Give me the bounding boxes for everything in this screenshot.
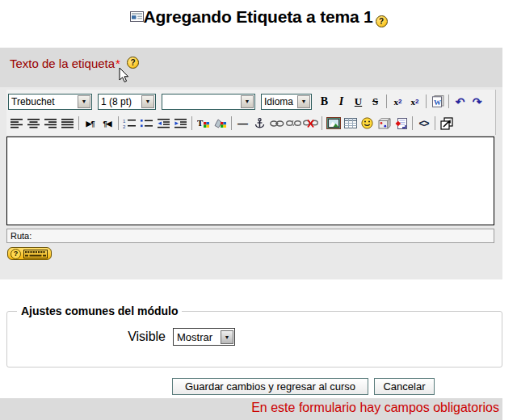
clean-word-html-button[interactable]: W [429,93,446,110]
keyboard-icon [23,250,48,258]
image-icon [326,117,341,129]
page-title-row: Agregando Etiqueta a tema 1 ? [0,4,517,30]
language-select[interactable]: Idioma ▼ [261,94,312,110]
bold-button[interactable]: B [316,93,333,110]
justify-left-button[interactable] [8,115,25,132]
page-title: Agregando Etiqueta a tema 1 [144,7,373,27]
module-settings-fieldset: Ajustes comunes del módulo Visible Mostr… [6,304,502,368]
toolbar-separator [231,116,232,130]
page: Agregando Etiqueta a tema 1 ? Texto de l… [0,0,517,420]
smiley-icon [361,117,373,129]
direction-ltr-button[interactable]: ▶¶ [82,115,99,132]
insert-smiley-button[interactable] [359,115,376,132]
special-character-icon [378,118,391,129]
editor-toolbar: Trebuchet ▼ 1 (8 pt) ▼ ▼ Idioma ▼ B I U [6,90,496,135]
enlarge-editor-button[interactable] [438,115,455,132]
unlink-button[interactable] [285,115,302,132]
direction-rtl-button[interactable]: ¶◀ [99,115,116,132]
required-notice: En este formulario hay campos obligatori… [251,401,499,414]
format-select[interactable]: ▼ [162,94,255,110]
background-color-icon [214,118,227,129]
subscript-button[interactable]: x2 [389,93,406,110]
underline-button[interactable]: U [350,93,367,110]
undo-button[interactable]: ↶ [452,93,469,110]
font-select-value: Trebuchet [9,96,77,107]
superscript-button[interactable]: x2 [406,93,423,110]
visible-label: Visible [15,330,166,344]
module-settings-legend: Ajustes comunes del módulo [17,304,182,317]
toolbar-separator [386,94,387,108]
nolink-document-icon [395,118,407,129]
toolbar-row-1: Trebuchet ▼ 1 (8 pt) ▼ ▼ Idioma ▼ B I U [8,90,494,112]
toolbar-separator [191,116,192,130]
svg-text:2: 2 [123,124,126,129]
insert-table-button[interactable] [342,115,359,132]
toolbar-separator [322,116,322,130]
font-size-select-value: 1 (8 pt) [99,96,141,107]
visible-row: Visible Mostrar ▼ [15,328,502,346]
chevron-down-icon: ▼ [78,95,90,108]
redo-button[interactable]: ↷ [469,93,485,110]
strikethrough-button[interactable]: S [367,93,384,110]
toolbar-separator [448,94,449,108]
unlink-icon [286,119,301,128]
title-help-icon[interactable]: ? [376,15,388,27]
anchor-icon [254,118,265,128]
insert-link-button[interactable] [268,115,285,132]
font-color-icon: T [197,118,210,129]
background-color-button[interactable] [212,115,229,132]
remove-autolink-button[interactable] [302,115,319,132]
editor-region: Trebuchet ▼ 1 (8 pt) ▼ ▼ Idioma ▼ B I U [0,87,502,279]
superscript-number: 2 [415,98,418,105]
field-label: Texto de la etiqueta [10,57,115,70]
toolbar-row-2: ▶¶ ¶◀ 12 [8,112,494,134]
justify-full-icon [61,119,74,128]
toolbar-separator [426,94,427,108]
ordered-list-button[interactable]: 12 [121,115,138,132]
unordered-list-button[interactable] [138,115,155,132]
ordered-list-icon: 12 [123,118,137,128]
anchor-button[interactable] [251,115,268,132]
horizontal-rule-button[interactable]: — [234,115,251,132]
table-icon [344,118,357,128]
toolbar-separator [78,116,79,130]
language-select-value: Idioma [262,96,296,107]
outdent-icon [158,119,170,128]
nolink-tag-button[interactable] [393,115,410,132]
justify-right-icon [44,119,57,128]
visible-select-value: Mostrar [174,331,220,343]
link-icon [270,120,284,128]
italic-button[interactable]: I [333,93,350,110]
justify-left-icon [11,119,23,128]
field-help-icon[interactable]: ? [127,57,139,69]
unordered-list-icon [140,118,153,128]
outdent-button[interactable] [155,115,172,132]
enlarge-editor-icon [440,117,453,130]
required-notice-bar: En este formulario hay campos obligatori… [0,398,502,420]
keyboard-help-button[interactable]: ? [7,247,52,260]
chevron-down-icon: ▼ [221,330,233,344]
justify-full-button[interactable] [59,115,76,132]
justify-right-button[interactable] [42,115,59,132]
indent-button[interactable] [172,115,189,132]
font-size-select[interactable]: 1 (8 pt) ▼ [98,94,156,110]
insert-image-button[interactable] [325,115,342,132]
cancel-button[interactable]: Cancelar [374,378,435,395]
editor-content-area[interactable] [6,136,494,225]
justify-center-button[interactable] [25,115,42,132]
path-label: Ruta: [11,231,32,241]
save-button[interactable]: Guardar cambios y regresar al curso [172,378,368,395]
html-source-button[interactable]: <> [415,115,432,132]
chevron-down-icon: ▼ [141,95,154,108]
insert-character-button[interactable] [376,115,393,132]
indent-icon [174,119,187,128]
toolbar-separator [412,116,413,130]
toolbar-separator [118,116,119,130]
field-header-bar: Texto de la etiqueta* ? [0,48,502,87]
toolbar-separator [435,116,435,130]
svg-text:W: W [434,99,441,107]
font-color-button[interactable]: T [195,115,212,132]
svg-text:T: T [197,118,204,128]
visible-select[interactable]: Mostrar ▼ [173,328,235,346]
font-select[interactable]: Trebuchet ▼ [8,94,92,110]
